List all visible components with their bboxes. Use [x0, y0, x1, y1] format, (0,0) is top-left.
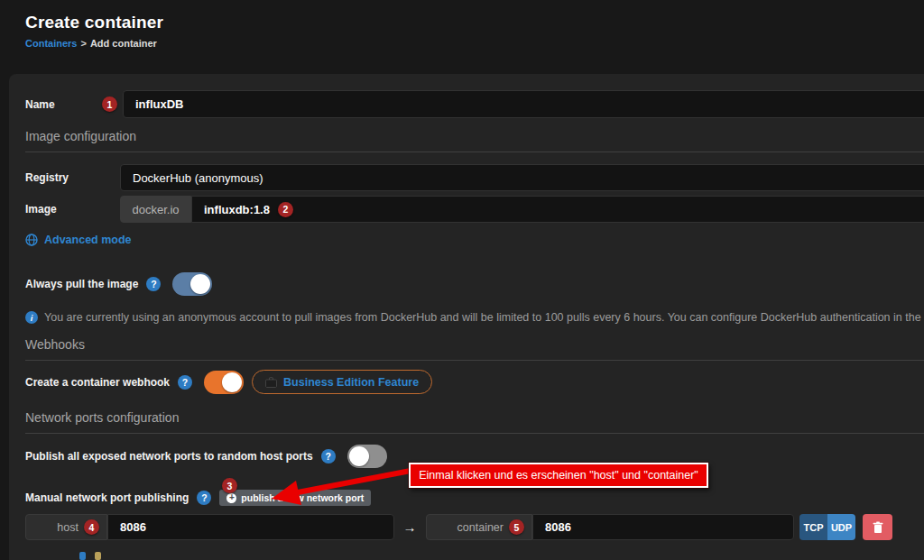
dockerhub-info-row: i You are currently using an anonymous a… — [25, 310, 924, 325]
section-webhooks: Webhooks — [25, 337, 924, 361]
advanced-mode-row: Advanced mode — [25, 233, 132, 247]
image-value: influxdb:1.8 — [204, 203, 270, 216]
tcp-button[interactable]: TCP — [799, 514, 827, 540]
section-network-ports: Network ports configuration — [25, 410, 924, 434]
publish-all-row: Publish all exposed network ports to ran… — [25, 445, 387, 468]
business-edition-label: Business Edition Feature — [283, 376, 419, 389]
create-webhook-toggle[interactable] — [204, 371, 244, 394]
port-map-arrow-icon: → — [399, 514, 420, 540]
publish-all-toggle[interactable] — [347, 445, 387, 468]
briefcase-icon — [265, 377, 277, 388]
registry-select[interactable]: DockerHub (anonymous) — [120, 164, 924, 191]
name-label: Name — [25, 98, 102, 111]
info-icon: i — [25, 311, 38, 324]
container-port-chip: container 5 — [426, 514, 532, 540]
host-chip-label: host — [57, 521, 79, 534]
always-pull-toggle[interactable] — [172, 272, 212, 296]
udp-button[interactable]: UDP — [827, 514, 855, 540]
image-registry-prefix: docker.io — [120, 196, 191, 223]
clipped-next-row — [79, 552, 101, 560]
image-input[interactable]: influxdb:1.8 2 — [191, 196, 924, 223]
image-row: Image docker.io influxdb:1.8 2 — [25, 196, 924, 223]
plus-circle-icon: + — [226, 493, 236, 503]
always-pull-row: Always pull the image ? — [25, 272, 212, 296]
breadcrumb-separator: > — [80, 38, 86, 49]
always-pull-label: Always pull the image — [25, 278, 138, 290]
manual-publish-row: Manual network port publishing ? + publi… — [25, 490, 371, 506]
breadcrumb: Containers>Add container — [25, 38, 157, 49]
publish-all-help-icon[interactable]: ? — [321, 449, 336, 464]
publish-all-label: Publish all exposed network ports to ran… — [25, 450, 313, 463]
annotation-badge-3: 3 — [222, 478, 237, 493]
publish-new-port-label: publish a new network port — [241, 492, 364, 503]
clipped-icon — [79, 552, 86, 560]
page-title: Create container — [25, 13, 163, 32]
toggle-knob — [222, 372, 242, 392]
business-edition-pill[interactable]: Business Edition Feature — [252, 370, 432, 394]
container-port-input[interactable]: 8086 — [532, 514, 794, 540]
host-port-input[interactable]: 8086 — [107, 514, 394, 540]
breadcrumb-containers-link[interactable]: Containers — [25, 38, 77, 49]
registry-label: Registry — [25, 171, 120, 184]
annotation-badge-5: 5 — [509, 519, 524, 535]
host-port-chip: host 4 — [25, 514, 107, 540]
remove-port-button[interactable] — [863, 514, 892, 540]
toggle-knob — [349, 446, 369, 466]
annotation-callout: Einmal klicken und es erscheinen "host" … — [409, 463, 708, 488]
container-chip-label: container — [457, 521, 504, 534]
clipped-icon — [95, 552, 101, 560]
name-input[interactable]: influxDB — [123, 90, 924, 118]
annotation-badge-1: 1 — [102, 96, 117, 112]
create-webhook-label: Create a container webhook — [25, 376, 170, 389]
create-webhook-row: Create a container webhook ? Business Ed… — [25, 370, 432, 394]
annotation-badge-4: 4 — [84, 519, 99, 535]
always-pull-help-icon[interactable]: ? — [146, 277, 161, 291]
registry-row: Registry DockerHub (anonymous) — [25, 164, 924, 191]
trash-icon — [873, 521, 883, 534]
name-row: Name 1 influxDB — [25, 90, 924, 118]
advanced-mode-link[interactable]: Advanced mode — [44, 234, 132, 246]
image-label: Image — [25, 203, 120, 216]
manual-publish-label: Manual network port publishing — [25, 491, 189, 504]
create-webhook-help-icon[interactable]: ? — [178, 375, 192, 390]
port-mapping-row: host 4 8086 → container 5 8086 TCP UDP — [9, 514, 911, 540]
globe-icon — [25, 234, 38, 246]
manual-publish-help-icon[interactable]: ? — [197, 491, 211, 505]
breadcrumb-current: Add container — [90, 38, 157, 49]
publish-new-port-button[interactable]: + publish a new network port — [219, 490, 371, 506]
info-text: You are currently using an anonymous acc… — [44, 311, 924, 324]
section-image-configuration: Image configuration — [25, 129, 924, 152]
annotation-badge-2: 2 — [278, 202, 293, 217]
dockerhub-info-text: You are currently using an anonymous acc… — [44, 311, 924, 324]
toggle-knob — [190, 274, 210, 294]
